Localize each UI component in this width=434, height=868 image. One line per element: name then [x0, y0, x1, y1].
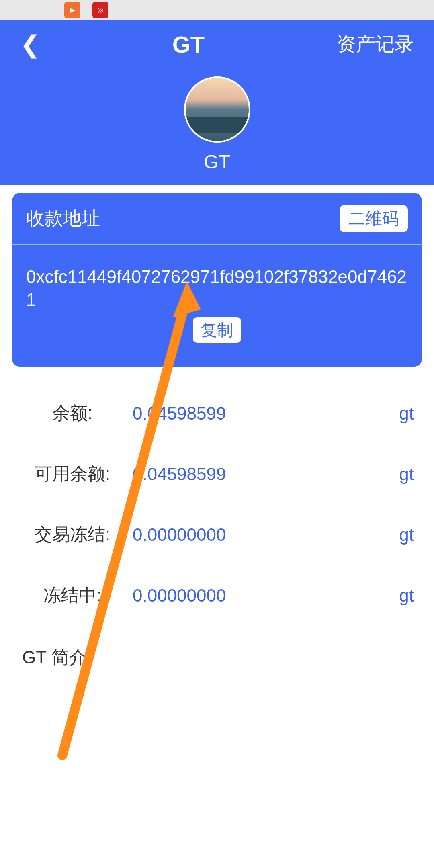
receiving-address-card: 收款地址 二维码 0xcfc11449f4072762971fd99102f37… — [12, 193, 422, 367]
asset-records-link[interactable]: 资产记录 — [337, 31, 414, 57]
row-label: 余额: — [20, 401, 125, 425]
address-header-label: 收款地址 — [26, 206, 100, 231]
address-body: 0xcfc11449f4072762971fd99102f37832e0d746… — [12, 245, 422, 367]
back-button[interactable]: ❮ — [20, 30, 40, 58]
avatar-section: GT — [0, 68, 434, 185]
row-value: 0.00000000 — [125, 525, 382, 545]
balance-row: 冻结中: 0.00000000 gt — [20, 565, 414, 626]
content: 收款地址 二维码 0xcfc11449f4072762971fd99102f37… — [0, 193, 434, 669]
row-value: 0.00000000 — [125, 585, 382, 606]
nav-bar: ❮ GT 资产记录 — [0, 20, 434, 68]
page-title: GT — [172, 31, 205, 58]
row-unit: gt — [382, 585, 414, 606]
intro-section-title: GT 简介 — [0, 626, 434, 669]
row-label: 可用余额: — [20, 462, 125, 486]
wallet-address-text: 0xcfc11449f4072762971fd99102f37832e0d746… — [26, 265, 408, 311]
balance-row: 余额: 0.04598599 gt — [20, 383, 414, 444]
balance-row: 交易冻结: 0.00000000 gt — [20, 504, 414, 565]
header: ❮ GT 资产记录 GT — [0, 20, 434, 185]
qr-code-button[interactable]: 二维码 — [340, 205, 408, 232]
balance-list: 余额: 0.04598599 gt 可用余额: 0.04598599 gt 交易… — [0, 367, 434, 626]
row-unit: gt — [382, 525, 414, 545]
row-unit: gt — [382, 464, 414, 484]
row-value: 0.04598599 — [125, 403, 382, 424]
token-avatar — [184, 76, 250, 143]
token-name-label: GT — [204, 151, 231, 173]
row-label: 冻结中: — [20, 583, 125, 607]
notification-app-icon: ◎ — [92, 2, 108, 18]
balance-row: 可用余额: 0.04598599 gt — [20, 444, 414, 504]
copy-button[interactable]: 复制 — [193, 317, 241, 343]
row-unit: gt — [382, 403, 414, 424]
status-bar: ▶ ◎ — [0, 0, 434, 20]
row-label: 交易冻结: — [20, 523, 125, 547]
notification-play-icon: ▶ — [64, 2, 80, 18]
row-value: 0.04598599 — [125, 464, 382, 484]
address-header: 收款地址 二维码 — [12, 193, 422, 245]
